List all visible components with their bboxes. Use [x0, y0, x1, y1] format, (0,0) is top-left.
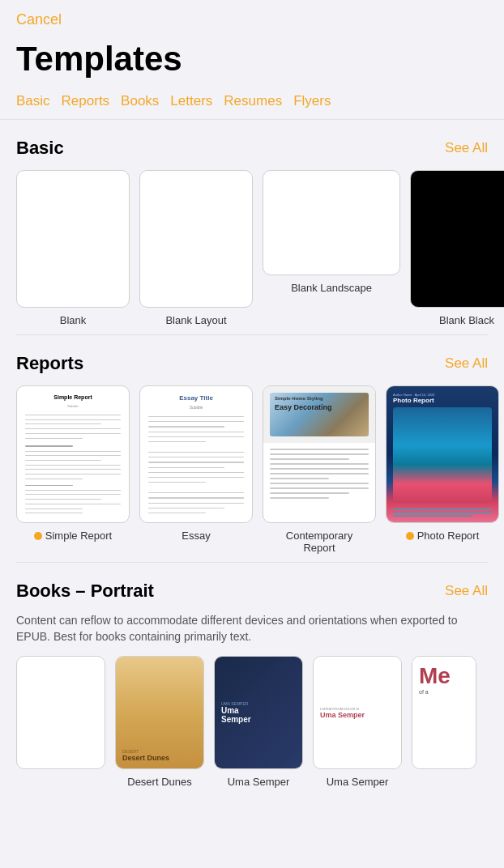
- template-essay-label: Essay: [182, 530, 210, 542]
- cancel-button[interactable]: Cancel: [16, 11, 62, 28]
- category-nav-resumes[interactable]: Resumes: [224, 87, 293, 119]
- reports-section-header: Reports See All: [16, 353, 488, 374]
- reports-section-title: Reports: [16, 353, 83, 374]
- page-title: Templates: [0, 32, 504, 87]
- template-blank[interactable]: Blank: [16, 170, 130, 326]
- template-simple-report-label: Simple Report: [34, 530, 112, 542]
- template-blank-landscape[interactable]: Blank Landscape: [263, 170, 400, 326]
- template-blank-book-thumb: [16, 656, 105, 769]
- template-uma-light-thumb: Lorem Ipsum Dolor Si Uma Semper: [313, 656, 402, 769]
- template-contemporary-report-thumb: Simple Home Styling Easy Decorating: [263, 385, 376, 523]
- books-section: Books – Portrait See All Content can ref…: [0, 563, 504, 796]
- template-simple-report-thumb: Simple Report Subtitle: [16, 385, 130, 523]
- template-contemporary-report-label: ContemporaryReport: [286, 530, 352, 554]
- books-section-description: Content can reflow to accommodate differ…: [16, 613, 488, 645]
- category-nav-books[interactable]: Books: [121, 87, 170, 119]
- template-dot-simple-report: [34, 532, 42, 540]
- template-uma-dark-thumb: Uma Semper UmaSemper: [214, 656, 303, 769]
- template-desert-dunes-label: Desert Dunes: [127, 776, 191, 788]
- template-blank-black-label: Blank Black: [439, 314, 494, 326]
- template-blank-layout[interactable]: Blank Layout: [139, 170, 253, 326]
- basic-section-title: Basic: [16, 138, 64, 159]
- template-blank-thumb: [16, 170, 130, 308]
- template-uma-light-label: Uma Semper: [327, 776, 389, 788]
- category-nav-letters[interactable]: Letters: [170, 87, 224, 119]
- basic-templates-row: Blank Blank Layout Blank Landscape Blank…: [16, 170, 488, 326]
- template-dot-photo-report: [406, 532, 414, 540]
- content: Basic See All Blank Blank Layout Blank L…: [0, 120, 504, 812]
- category-nav: Basic Reports Books Letters Resumes Flye…: [0, 87, 504, 120]
- template-uma-dark-label: Uma Semper: [228, 776, 290, 788]
- basic-see-all-button[interactable]: See All: [445, 140, 488, 156]
- reports-templates-row: Simple Report Subtitle: [16, 385, 488, 554]
- template-essay[interactable]: Essay Title Subtitle: [139, 385, 253, 554]
- template-photo-report-label: Photo Report: [406, 530, 480, 542]
- template-blank-label: Blank: [60, 314, 87, 326]
- top-bar: Cancel: [0, 0, 504, 32]
- template-blank-landscape-label: Blank Landscape: [291, 282, 372, 294]
- template-me-partial-thumb: Me of a: [412, 656, 476, 769]
- template-desert-dunes-thumb: Desert Desert Dunes: [115, 656, 204, 769]
- template-blank-layout-label: Blank Layout: [165, 314, 226, 326]
- basic-section-header: Basic See All: [16, 138, 488, 159]
- template-uma-light[interactable]: Lorem Ipsum Dolor Si Uma Semper Uma Semp…: [313, 656, 402, 788]
- books-templates-row: Desert Desert Dunes Desert Dunes Uma Sem…: [16, 656, 488, 788]
- template-simple-report[interactable]: Simple Report Subtitle: [16, 385, 130, 554]
- category-nav-reports[interactable]: Reports: [62, 87, 122, 119]
- template-contemporary-report[interactable]: Simple Home Styling Easy Decorating: [263, 385, 376, 554]
- reports-section: Reports See All Simple Report Subtitle: [0, 335, 504, 562]
- template-desert-dunes[interactable]: Desert Desert Dunes Desert Dunes: [115, 656, 204, 788]
- template-blank-landscape-thumb: [263, 170, 400, 275]
- category-nav-basic[interactable]: Basic: [16, 87, 62, 119]
- reports-see-all-button[interactable]: See All: [445, 355, 488, 372]
- template-photo-report[interactable]: Author Name · April 14, 2024 Photo Repor…: [386, 385, 499, 554]
- books-section-title: Books – Portrait: [16, 581, 154, 602]
- template-blank-layout-thumb: [139, 170, 253, 308]
- template-blank-book[interactable]: [16, 656, 105, 788]
- category-nav-flyers[interactable]: Flyers: [293, 87, 342, 119]
- books-see-all-button[interactable]: See All: [445, 583, 488, 599]
- template-photo-report-thumb: Author Name · April 14, 2024 Photo Repor…: [386, 385, 499, 523]
- books-section-header: Books – Portrait See All: [16, 581, 488, 602]
- template-uma-dark[interactable]: Uma Semper UmaSemper Uma Semper: [214, 656, 303, 788]
- basic-section: Basic See All Blank Blank Layout Blank L…: [0, 120, 504, 334]
- template-essay-thumb: Essay Title Subtitle: [139, 385, 253, 523]
- template-blank-black-thumb: [410, 170, 504, 308]
- template-me-partial[interactable]: Me of a: [412, 656, 476, 788]
- template-blank-black[interactable]: Blank Black: [410, 170, 504, 326]
